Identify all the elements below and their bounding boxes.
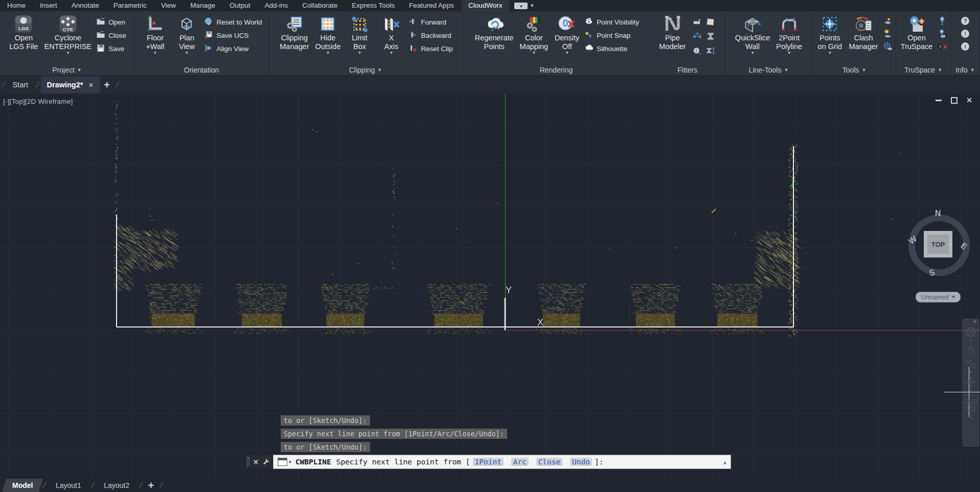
fit-plate-icon[interactable] [704, 15, 717, 29]
chevron-down-icon[interactable]: ▼ [750, 51, 755, 55]
menu-tab-express-tools[interactable]: Express Tools [345, 0, 402, 11]
button-pipe-modeler[interactable]: PipeModeler [657, 14, 687, 52]
menu-tab-cloudworx[interactable]: CloudWorx [461, 0, 510, 11]
layout-tab-model[interactable]: Model [2, 479, 43, 492]
tool-export-icon[interactable] [883, 16, 893, 26]
chevron-down-icon[interactable]: ▼ [787, 51, 791, 55]
command-option-1point[interactable]: 1Point [473, 458, 504, 466]
button-density-off[interactable]: 0DensityOff▼ [553, 14, 581, 56]
navbar-close-icon[interactable]: ✕ [973, 320, 977, 324]
chevron-down-icon[interactable]: ▼ [326, 51, 330, 55]
button-forward[interactable]: Forward [408, 15, 452, 29]
button-point-visibility[interactable]: Point Visibility [584, 15, 639, 29]
fit-flange-icon[interactable] [691, 43, 704, 58]
fit-beam-move-icon[interactable] [704, 43, 717, 58]
nav-wheel-icon[interactable] [965, 326, 976, 338]
menu-tab-parametric[interactable]: Parametric [106, 0, 154, 11]
button-open-lgs-file[interactable]: LGSOpenLGS File [8, 14, 39, 52]
button-align-view[interactable]: Align View [204, 42, 262, 55]
button-silhouette[interactable]: Silhouette [584, 42, 639, 55]
button-save[interactable]: Save [96, 42, 126, 55]
fit-valve-icon[interactable] [691, 29, 704, 43]
panel-label[interactable]: Project▼ [0, 64, 134, 76]
button-hide-outside[interactable]: HideOutside▼ [313, 14, 342, 56]
nav-motion-icon[interactable] [965, 399, 977, 412]
panel-label[interactable]: TruSpace▼ [896, 64, 950, 76]
command-bar[interactable]: ✕ ▼ CWBPLINE Specify next line point fro… [244, 455, 731, 469]
wrench-icon[interactable] [262, 458, 270, 466]
button-floor-wall[interactable]: ZFloor+Wall▼ [141, 14, 169, 56]
button-clipping-manager[interactable]: ClippingManager [278, 14, 310, 52]
file-tab-drawing2-[interactable]: Drawing2*✕ [41, 76, 100, 93]
panel-label[interactable]: Info▼ [951, 64, 979, 76]
chevron-down-icon[interactable]: ▼ [185, 51, 189, 55]
command-option-close[interactable]: Close [536, 458, 563, 466]
layout-tab-layout2[interactable]: Layout2 [96, 479, 138, 492]
info-about-icon[interactable]: i [960, 41, 970, 52]
fit-beam-icon[interactable] [704, 29, 717, 43]
menu-tab-home[interactable]: Home [0, 0, 33, 11]
chevron-down-icon[interactable]: ▼ [969, 370, 973, 374]
panel-label[interactable]: Fitters [650, 64, 724, 76]
button-point-snap[interactable]: Point Snap [584, 29, 639, 42]
button-regenerate-points[interactable]: RegeneratePoints [473, 14, 515, 52]
chevron-down-icon[interactable]: ▼ [390, 51, 394, 55]
view-cube-top-face[interactable]: TOP [924, 231, 952, 257]
ts-eye-icon[interactable] [937, 29, 947, 39]
viewport-controls-label[interactable]: [-][Top][2D Wireframe] [3, 98, 73, 105]
button-cyclone-enterprise[interactable]: CYECycloneENTERPRISE▼ [43, 14, 94, 56]
button-open[interactable]: Open [96, 15, 126, 29]
nav-pan-icon[interactable] [965, 345, 976, 356]
button-x-axis[interactable]: XAxis▼ [377, 14, 405, 56]
button-reset-to-world[interactable]: Reset to World [204, 15, 262, 29]
button-backward[interactable]: Backward [408, 29, 452, 42]
panel-label[interactable]: Line-Tools▼ [725, 64, 812, 76]
menu-tab-featured-apps[interactable]: Featured Apps [402, 0, 461, 11]
new-drawing-button[interactable]: + [100, 79, 114, 91]
close-tab-icon[interactable]: ✕ [88, 81, 94, 89]
button-points-on-grid[interactable]: Pointson Grid▼ [815, 14, 844, 56]
menu-tab-insert[interactable]: Insert [33, 0, 64, 11]
command-bar-grip[interactable] [247, 457, 249, 466]
info-help-icon[interactable]: ? [960, 16, 970, 26]
new-layout-button[interactable]: + [144, 480, 158, 491]
menu-tab-view[interactable]: View [154, 0, 183, 11]
panel-label[interactable]: Orientation [134, 64, 268, 76]
button-limit-box[interactable]: LimitBox▼ [345, 14, 374, 56]
chevron-down-icon[interactable]: ▼ [565, 51, 569, 55]
menu-tab-add-ins[interactable]: Add-ins [257, 0, 295, 11]
ts-marker-icon[interactable] [937, 16, 947, 26]
expand-history-icon[interactable]: ▲ [723, 459, 726, 465]
named-view-button[interactable]: Unnamed [916, 292, 961, 302]
info-alert-icon[interactable]: ! [960, 29, 970, 39]
ts-camera-icon[interactable] [937, 41, 947, 52]
menu-tab-output[interactable]: Output [222, 0, 258, 11]
command-input[interactable]: ▼ CWBPLINE Specify next line point from … [273, 455, 731, 469]
chevron-down-icon[interactable]: ▼ [66, 51, 70, 55]
nav-orbit-icon[interactable] [965, 377, 976, 388]
chevron-down-icon[interactable]: ▼ [532, 51, 536, 55]
button-reset-clip[interactable]: Reset Clip [408, 42, 452, 55]
button-open-truspace[interactable]: OpenTruSpace [899, 14, 934, 52]
command-bar-close-icon[interactable]: ✕ [253, 458, 259, 466]
button-close[interactable]: Close [96, 29, 126, 42]
command-option-arc[interactable]: Arc [511, 458, 529, 466]
tool-light-icon[interactable] [883, 29, 893, 39]
fit-nozzle-icon[interactable] [691, 15, 704, 29]
chevron-down-icon[interactable]: ▼ [289, 460, 291, 464]
chevron-down-icon[interactable]: ▼ [153, 51, 157, 55]
panel-label[interactable]: Tools▼ [813, 64, 896, 76]
viewport-close-icon[interactable]: ✕ [966, 97, 973, 104]
file-tab-start[interactable]: Start [6, 76, 34, 93]
command-option-undo[interactable]: Undo [570, 458, 592, 466]
recent-commands-icon[interactable] [278, 458, 287, 466]
panel-label[interactable]: Clipping▼ [269, 64, 462, 76]
menu-tab-annotate[interactable]: Annotate [64, 0, 106, 11]
menu-tab-collaborate[interactable]: Collaborate [295, 0, 345, 11]
chevron-down-icon[interactable]: ▼ [969, 389, 973, 393]
panel-label[interactable]: Rendering [463, 64, 650, 76]
button-save-ucs[interactable]: Save UCS [204, 29, 262, 42]
navbar-customize-icon[interactable]: ◡ [969, 414, 973, 419]
button-color-mapping[interactable]: ColorMapping▼ [518, 14, 550, 56]
view-cube[interactable]: N W E S TOP [908, 210, 970, 282]
